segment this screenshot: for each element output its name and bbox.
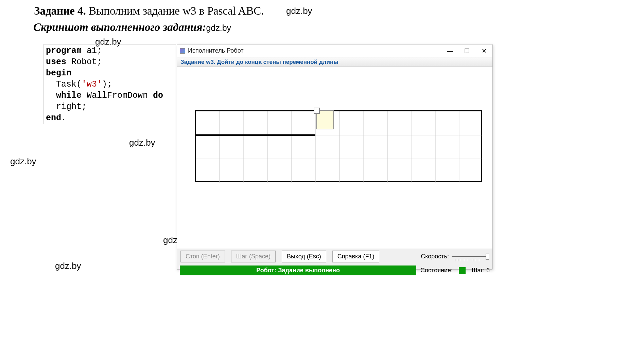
status-message: Робот: Задание выполнено	[180, 265, 416, 275]
subtitle-watermark: gdz.by	[206, 23, 231, 33]
code-block: program a1; uses Robot; begin Task('w3')…	[46, 45, 174, 124]
state-indicator	[459, 267, 466, 274]
window-title: Исполнитель Робот	[188, 47, 244, 54]
speed-handle[interactable]	[486, 254, 489, 260]
robot-marker	[316, 110, 334, 129]
maximize-button[interactable]: ☐	[458, 44, 475, 57]
speed-control: Скорость: ıııııııııı	[421, 252, 489, 262]
title-bar[interactable]: Исполнитель Робот — ☐ ✕	[177, 44, 492, 57]
speed-label: Скорость:	[421, 253, 449, 260]
grid-svg	[196, 111, 483, 183]
subtitle: Скриншот выполненного задания:gdz.by	[33, 21, 231, 34]
task-number: Задание 4.	[34, 5, 86, 17]
code-editor[interactable]: program a1; uses Robot; begin Task('w3')…	[43, 44, 176, 124]
step-counter: Шаг: 6	[472, 267, 490, 274]
watermark: gdz.by	[55, 261, 81, 271]
task-description-bar: Задание w3. Дойти до конца стены перемен…	[177, 57, 492, 67]
controls-bar: Стоп (Enter) Шаг (Space) Выход (Esc) Спр…	[177, 249, 492, 264]
subtitle-text: Скриншот выполненного задания:	[33, 21, 206, 33]
speed-slider[interactable]: ıııııııııı	[452, 252, 489, 262]
watermark: gdz.by	[10, 156, 36, 167]
status-bar: Робот: Задание выполнено Состояние: Шаг:…	[177, 264, 492, 276]
step-button[interactable]: Шаг (Space)	[231, 251, 276, 262]
watermark: gdz.by	[129, 138, 155, 148]
window-controls: — ☐ ✕	[441, 44, 492, 57]
stop-button[interactable]: Стоп (Enter)	[180, 251, 225, 262]
task-description-text: Выполним задание w3 в Pascal ABC.	[86, 5, 264, 17]
app-icon	[180, 48, 185, 54]
watermark: gdz.by	[286, 6, 312, 16]
grid	[195, 110, 482, 182]
exit-button[interactable]: Выход (Esc)	[282, 251, 326, 262]
robot-canvas	[177, 67, 492, 249]
close-button[interactable]: ✕	[475, 44, 492, 57]
state-label: Состояние:	[420, 267, 453, 274]
help-button[interactable]: Справка (F1)	[332, 251, 380, 262]
robot-window: Исполнитель Робот — ☐ ✕ Задание w3. Дойт…	[177, 44, 493, 270]
task-heading: Задание 4. Выполним задание w3 в Pascal …	[34, 5, 264, 17]
minimize-button[interactable]: —	[441, 44, 458, 57]
